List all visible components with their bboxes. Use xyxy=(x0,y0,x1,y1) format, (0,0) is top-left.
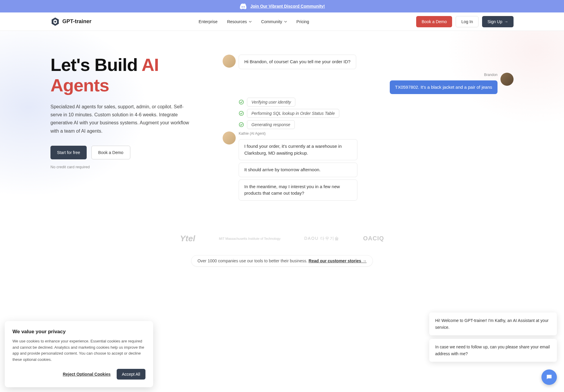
login-button[interactable]: Log In xyxy=(456,16,479,27)
nav-resources[interactable]: Resources xyxy=(227,19,252,24)
svg-point-2 xyxy=(54,21,56,23)
start-free-button[interactable]: Start for free xyxy=(50,146,87,159)
status-pill: Verifying user identity xyxy=(247,98,295,107)
ai-avatar xyxy=(223,131,236,145)
user-name-label: Brandon xyxy=(484,73,498,77)
arrow-right-icon: → xyxy=(504,19,508,24)
status-pill: Generating response xyxy=(247,120,295,129)
hero-description: Specialized AI agents for sales, support… xyxy=(50,103,193,135)
chevron-down-icon xyxy=(284,20,287,23)
svg-point-5 xyxy=(239,123,243,127)
brand-logo[interactable]: GPT-trainer xyxy=(50,17,91,26)
chat-user-message: TX0597802. It's a black jacket and a pai… xyxy=(390,80,498,94)
hero-section: Let's Build AI Agents Specialized AI age… xyxy=(0,31,564,222)
companies-note: Over 1000 companies use our tools to bet… xyxy=(0,255,564,266)
nav-pricing[interactable]: Pricing xyxy=(297,19,309,24)
header-actions: Book a Demo Log In Sign Up→ xyxy=(416,16,514,27)
svg-point-3 xyxy=(239,100,243,104)
logo-ytel: Ytel xyxy=(180,234,195,243)
companies-text: Over 1000 companies use our tools to bet… xyxy=(197,258,308,263)
chat-ai-message: It should arrive by tomorrow afternoon. xyxy=(239,163,357,177)
customer-stories-link[interactable]: Read our customer stories → xyxy=(309,258,367,263)
nav-enterprise[interactable]: Enterprise xyxy=(199,19,218,24)
logo-oaciq: OACIQ xyxy=(363,235,384,242)
main-nav: Enterprise Resources Community Pricing xyxy=(199,19,309,24)
logo-icon xyxy=(50,17,60,26)
hero-note: No credit card required xyxy=(50,165,205,169)
hero-title: Let's Build AI Agents xyxy=(50,55,205,96)
user-avatar xyxy=(500,73,514,86)
customer-logos: Ytel MIT Massachusetts Institute of Tech… xyxy=(0,222,564,249)
discord-icon xyxy=(239,3,247,9)
chevron-down-icon xyxy=(249,20,252,23)
logo-daou: DAOU 다우기술 xyxy=(304,236,339,241)
chat-ai-message: Hi Brandon, of course! Can you tell me y… xyxy=(239,55,356,69)
ai-avatar xyxy=(223,55,236,68)
discord-banner: Join Our Vibrant Discord Community! xyxy=(0,0,564,12)
logo-mit: MIT Massachusetts Institute of Technolog… xyxy=(219,237,280,240)
check-circle-icon xyxy=(239,111,244,116)
chat-ai-message: I found your order, it's currently at a … xyxy=(239,139,357,160)
book-demo-button[interactable]: Book a Demo xyxy=(416,16,452,27)
nav-community[interactable]: Community xyxy=(261,19,287,24)
discord-link[interactable]: Join Our Vibrant Discord Community! xyxy=(251,4,325,9)
chat-mockup: Hi Brandon, of course! Can you tell me y… xyxy=(205,55,514,204)
status-pill: Performing SQL lookup in Order Status Ta… xyxy=(247,109,339,118)
chat-ai-message: In the meantime, may I interest you in a… xyxy=(239,180,357,201)
book-demo-button-hero[interactable]: Book a Demo xyxy=(91,146,130,159)
brand-name: GPT-trainer xyxy=(62,18,91,25)
ai-name-label: Kathie (AI Agent) xyxy=(239,131,357,136)
svg-point-4 xyxy=(239,111,243,115)
signup-button[interactable]: Sign Up→ xyxy=(482,16,514,27)
main-header: GPT-trainer Enterprise Resources Communi… xyxy=(0,12,564,31)
check-circle-icon xyxy=(239,122,244,127)
check-circle-icon xyxy=(239,99,244,105)
